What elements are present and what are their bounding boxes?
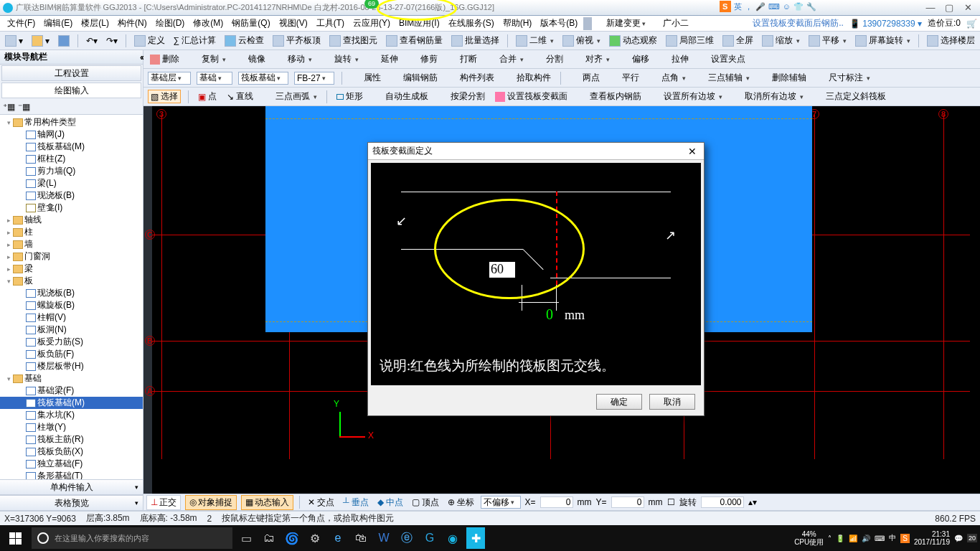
undo-button[interactable]: ↶▾ xyxy=(84,36,100,46)
tray-up-icon[interactable]: ˄ xyxy=(828,534,831,542)
ie-icon[interactable]: ⓔ xyxy=(397,527,416,549)
dialog-cancel-button[interactable]: 取消 xyxy=(649,394,695,410)
rotate-button[interactable]: 旋转 xyxy=(320,53,361,65)
tree-item[interactable]: ▾基础 xyxy=(0,372,143,385)
store-icon[interactable]: 🛍 xyxy=(352,527,370,549)
find-element-button[interactable]: 查找图元 xyxy=(327,34,380,47)
menu-online[interactable]: 在线服务(S) xyxy=(444,17,499,29)
menu-rebar[interactable]: 钢筋量(Q) xyxy=(227,17,274,29)
tree-item[interactable]: 板负筋(F) xyxy=(0,348,143,360)
tree-item[interactable]: ▸柱 xyxy=(0,226,143,238)
tray-ime-icon[interactable]: ⌨ xyxy=(875,534,885,542)
zoom-button[interactable]: 缩放 xyxy=(760,34,802,47)
point-button[interactable]: ▣ 点 xyxy=(196,90,219,103)
floor-dropdown[interactable]: 基础层 xyxy=(148,72,191,85)
dyninput-toggle[interactable]: ▦动态输入 xyxy=(241,495,293,510)
system-tray[interactable]: 44%CPU使用 ˄ 🔋 📶 🔊 ⌨ 中 S 21:312017/11/19 💬… xyxy=(794,530,977,546)
ime-toolbar[interactable]: S 英 ， 🎤 ⌨ ☺ 👕 🔧 xyxy=(720,1,816,12)
fullscreen-button[interactable]: 全屏 xyxy=(720,34,755,47)
single-input-tab[interactable]: 单构件输入▾ xyxy=(0,479,143,495)
tree-item[interactable]: 板受力筋(S) xyxy=(0,336,143,348)
by-beam-button[interactable]: 按梁分割 xyxy=(436,90,487,103)
rot-input[interactable]: 0.000 xyxy=(701,496,744,508)
tree-item[interactable]: 框柱(Z) xyxy=(0,153,143,165)
start-button[interactable] xyxy=(3,527,27,549)
tree-item[interactable]: 现浇板(B) xyxy=(0,189,143,202)
open-button[interactable]: ▾ xyxy=(29,35,52,47)
batch-select-button[interactable]: 批量选择 xyxy=(449,34,501,47)
stretch-button[interactable]: 拉伸 xyxy=(657,53,691,65)
menu-cloud[interactable]: 云应用(Y) xyxy=(349,17,395,29)
tree-collapse-icon[interactable]: ⁻▦ xyxy=(18,102,30,112)
tree-item[interactable]: 轴网(J) xyxy=(0,128,143,141)
ime-mic-icon[interactable]: 🎤 xyxy=(755,2,765,11)
menu-modify[interactable]: 修改(M) xyxy=(189,17,227,29)
g-icon[interactable]: G xyxy=(420,527,439,549)
tree-item[interactable]: ▸门窗洞 xyxy=(0,250,143,263)
active-app-icon[interactable]: ✚ xyxy=(466,527,485,549)
trim-button[interactable]: 修剪 xyxy=(406,53,440,65)
word-icon[interactable]: W xyxy=(374,527,393,549)
three-point-slab-button[interactable]: 三点定义斜筏板 xyxy=(811,90,888,103)
tray-notification-icon[interactable]: 💬 xyxy=(954,534,963,542)
snap-cross[interactable]: ✕交点 xyxy=(306,496,336,509)
table-preview-tab[interactable]: 表格预览▾ xyxy=(0,495,143,511)
osnap-toggle[interactable]: ◎对象捕捉 xyxy=(185,495,237,510)
offset-mode-dropdown[interactable]: 不偏移 xyxy=(481,496,521,509)
menu-help[interactable]: 帮助(H) xyxy=(499,17,537,29)
tree-item[interactable]: 壁龛(I) xyxy=(0,202,143,214)
tree-item[interactable]: 集水坑(K) xyxy=(0,409,143,421)
dialog-close-button[interactable]: ✕ xyxy=(685,146,699,157)
offset-button[interactable]: 偏移 xyxy=(618,53,651,65)
tree-item[interactable]: 独立基础(F) xyxy=(0,458,143,470)
announcement-link[interactable]: 设置筏板变截面后钢筋.. xyxy=(753,17,844,29)
pick-floor-button[interactable]: 选择楼层 xyxy=(925,34,977,47)
snap-top[interactable]: ▢顶点 xyxy=(410,496,441,509)
see-rebar-button[interactable]: 查看钢筋量 xyxy=(384,34,445,47)
taskbar-search[interactable]: 在这里输入你要搜索的内容 xyxy=(32,527,232,549)
tree-item[interactable]: 筏板基础(M) xyxy=(0,141,143,153)
tree-item[interactable]: 梁(L) xyxy=(0,177,143,189)
tree-item[interactable]: 剪力墙(Q) xyxy=(0,165,143,177)
move-button[interactable]: 移动 xyxy=(273,53,314,65)
break-button[interactable]: 打断 xyxy=(446,53,479,65)
birdview-button[interactable]: 俯视 xyxy=(560,34,603,47)
project-settings-tab[interactable]: 工程设置 xyxy=(1,65,141,81)
align-button[interactable]: 对齐 xyxy=(571,53,612,65)
copy-button[interactable]: 复制 xyxy=(187,53,228,65)
minimize-button[interactable]: — xyxy=(921,1,940,14)
flat-button[interactable]: 平齐板顶 xyxy=(270,34,323,47)
tree-item[interactable]: 筏板基础(M) xyxy=(0,397,143,409)
snap-perp[interactable]: ┴垂点 xyxy=(341,496,371,509)
draw-input-tab[interactable]: 绘图输入 xyxy=(1,83,141,98)
y-input[interactable]: 0 xyxy=(611,496,644,508)
browser-icon[interactable]: 🌀 xyxy=(283,527,301,549)
user-name[interactable]: 广小二 xyxy=(659,17,693,29)
collapse-icon[interactable]: ‹‹ xyxy=(140,52,143,62)
rot-check[interactable]: ☐ xyxy=(667,497,675,507)
rot-stepper[interactable]: ▴▾ xyxy=(748,497,757,507)
parallel-button[interactable]: 平行 xyxy=(608,72,641,84)
dynamic-observe-button[interactable]: 动态观察 xyxy=(607,34,659,47)
line-button[interactable]: ↘ 直线 xyxy=(225,90,255,103)
menu-view[interactable]: 视图(V) xyxy=(275,17,312,29)
menu-tool[interactable]: 工具(T) xyxy=(312,17,349,29)
tree-item[interactable]: 柱帽(V) xyxy=(0,311,143,324)
sum-button[interactable]: ∑ 汇总计算 xyxy=(171,34,219,47)
subkind-dropdown[interactable]: 筏板基础 xyxy=(238,72,288,85)
property-button[interactable]: 属性 xyxy=(349,72,383,84)
drawing-canvas[interactable]: 3 4 5 6 7 8 C B A xyxy=(143,106,980,494)
two-point-button[interactable]: 两点 xyxy=(568,72,602,84)
snap-coord[interactable]: ⊕坐标 xyxy=(446,496,476,509)
arc-button[interactable]: 三点画弧 xyxy=(261,90,319,103)
local-3d-button[interactable]: 局部三维 xyxy=(664,34,716,47)
redo-button[interactable]: ↷▾ xyxy=(104,36,120,46)
split-button[interactable]: 分割 xyxy=(532,53,565,65)
ortho-toggle[interactable]: ⊥正交 xyxy=(146,495,181,510)
snap-mid[interactable]: ◆中点 xyxy=(375,496,405,509)
close-button[interactable]: ✕ xyxy=(958,1,977,14)
delete-button[interactable]: 删除 xyxy=(148,53,182,65)
tree-item[interactable]: 柱墩(Y) xyxy=(0,421,143,433)
tree-item[interactable]: 基础梁(F) xyxy=(0,385,143,397)
new-change-button[interactable]: 新建变更 xyxy=(602,17,650,29)
